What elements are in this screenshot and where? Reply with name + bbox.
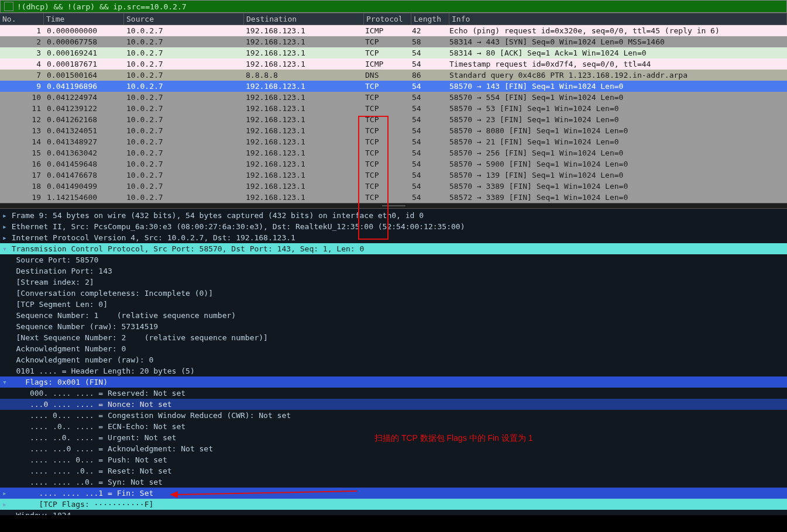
packet-details-pane[interactable]: Frame 9: 54 bytes on wire (432 bits), 54…: [0, 209, 787, 515]
tcp-seglen[interactable]: [TCP Segment Len: 0]: [0, 299, 787, 310]
tcp-window[interactable]: Window: 1024: [0, 510, 787, 515]
tree-tcp[interactable]: Transmission Control Protocol, Src Port:…: [0, 243, 787, 254]
tcp-nextseq[interactable]: [Next Sequence Number: 2 (relative seque…: [0, 332, 787, 343]
tcp-srcport[interactable]: Source Port: 58570: [0, 254, 787, 265]
col-header-protocol[interactable]: Protocol: [364, 13, 411, 25]
col-header-time[interactable]: Time: [44, 13, 124, 25]
col-header-destination[interactable]: Destination: [244, 13, 364, 25]
flag-fin[interactable]: .... .... ...1 = Fin: Set: [0, 488, 787, 499]
col-header-length[interactable]: Length: [411, 13, 449, 25]
col-header-source[interactable]: Source: [124, 13, 244, 25]
packet-row[interactable]: 150.04136304210.0.2.7192.168.123.1TCP545…: [0, 147, 787, 158]
flag-reserved[interactable]: 000. .... .... = Reserved: Not set: [0, 388, 787, 399]
packet-row[interactable]: 110.04123912210.0.2.7192.168.123.1TCP545…: [0, 103, 787, 114]
tcp-hdrlen[interactable]: 0101 .... = Header Length: 20 bytes (5): [0, 365, 787, 376]
packet-list[interactable]: 10.00000000010.0.2.7192.168.123.1ICMP42E…: [0, 25, 787, 203]
tcp-acknum[interactable]: Acknowledgment Number: 0: [0, 343, 787, 354]
packet-row[interactable]: 30.00016924110.0.2.7192.168.123.1TCP5458…: [0, 47, 787, 58]
col-header-no[interactable]: No.: [0, 13, 44, 25]
pane-splitter[interactable]: [0, 203, 787, 209]
display-filter-bar[interactable]: !(dhcp) && !(arp) && ip.src==10.0.2.7: [0, 0, 787, 13]
packet-row[interactable]: 90.04119689610.0.2.7192.168.123.1TCP5458…: [0, 81, 787, 92]
svg-line-0: [176, 491, 357, 495]
tcp-stream[interactable]: [Stream index: 2]: [0, 277, 787, 288]
flag-cwr[interactable]: .... 0... .... = Congestion Window Reduc…: [0, 410, 787, 421]
packet-row[interactable]: 130.04132405110.0.2.7192.168.123.1TCP545…: [0, 125, 787, 136]
tcp-flags-str[interactable]: [TCP Flags: ···········F]: [0, 499, 787, 510]
flag-rst[interactable]: .... .... .0.. = Reset: Not set: [0, 465, 787, 476]
tcp-seqnum[interactable]: Sequence Number: 1 (relative sequence nu…: [0, 310, 787, 321]
flag-syn[interactable]: .... .... ..0. = Syn: Not set: [0, 476, 787, 488]
filter-bookmark-icon[interactable]: [4, 2, 13, 11]
packet-row[interactable]: 191.14215460010.0.2.7192.168.123.1TCP545…: [0, 192, 787, 203]
packet-row[interactable]: 170.04147667810.0.2.7192.168.123.1TCP545…: [0, 170, 787, 181]
packet-row[interactable]: 70.00150016410.0.2.78.8.8.8DNS86Standard…: [0, 70, 787, 81]
packet-row[interactable]: 40.00018767110.0.2.7192.168.123.1ICMP54T…: [0, 58, 787, 70]
tcp-dstport[interactable]: Destination Port: 143: [0, 265, 787, 277]
tree-ip[interactable]: Internet Protocol Version 4, Src: 10.0.2…: [0, 232, 787, 243]
packet-row[interactable]: 100.04122497410.0.2.7192.168.123.1TCP545…: [0, 92, 787, 103]
packet-row[interactable]: 20.00006775810.0.2.7192.168.123.1TCP5858…: [0, 36, 787, 47]
display-filter-input[interactable]: !(dhcp) && !(arp) && ip.src==10.0.2.7: [17, 2, 187, 11]
flag-nonce[interactable]: ...0 .... .... = Nonce: Not set: [0, 399, 787, 410]
annotation-text: 扫描的 TCP 数据包 Flags 中的 Fin 设置为 1: [374, 433, 532, 444]
flag-psh[interactable]: .... .... 0... = Push: Not set: [0, 454, 787, 465]
tree-ethernet[interactable]: Ethernet II, Src: PcsCompu_6a:30:e3 (08:…: [0, 221, 787, 232]
flag-ecn[interactable]: .... .0.. .... = ECN-Echo: Not set: [0, 421, 787, 432]
flag-ack[interactable]: .... ...0 .... = Acknowledgment: Not set: [0, 443, 787, 454]
packet-list-header: No. Time Source Destination Protocol Len…: [0, 13, 787, 25]
packet-row[interactable]: 160.04145964810.0.2.7192.168.123.1TCP545…: [0, 158, 787, 170]
packet-row[interactable]: 140.04134892710.0.2.7192.168.123.1TCP545…: [0, 136, 787, 147]
col-header-info[interactable]: Info: [449, 13, 787, 25]
packet-row[interactable]: 10.00000000010.0.2.7192.168.123.1ICMP42E…: [0, 25, 787, 36]
tcp-flags[interactable]: Flags: 0x001 (FIN): [0, 376, 787, 388]
packet-row[interactable]: 120.04126216810.0.2.7192.168.123.1TCP545…: [0, 114, 787, 125]
svg-marker-1: [170, 491, 178, 498]
tcp-ackraw[interactable]: Acknowledgment number (raw): 0: [0, 354, 787, 365]
tcp-seqraw[interactable]: Sequence Number (raw): 57314519: [0, 321, 787, 332]
annotation-arrow: [170, 486, 363, 498]
packet-row[interactable]: 180.04149049910.0.2.7192.168.123.1TCP545…: [0, 181, 787, 192]
tcp-conv[interactable]: [Conversation completeness: Incomplete (…: [0, 288, 787, 299]
tree-frame[interactable]: Frame 9: 54 bytes on wire (432 bits), 54…: [0, 210, 787, 221]
